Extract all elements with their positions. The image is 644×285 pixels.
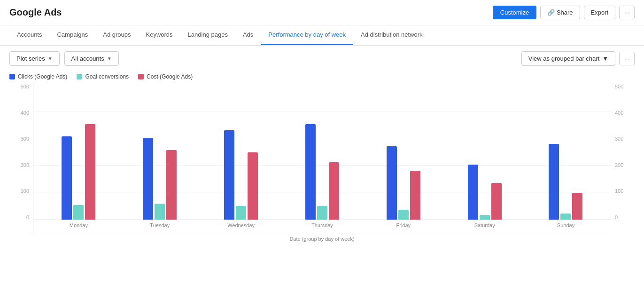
tab-landing-pages[interactable]: Landing pages — [180, 25, 235, 45]
bar-teal — [73, 205, 84, 220]
day-group — [50, 124, 107, 220]
bar-pink — [248, 152, 258, 220]
day-group — [213, 130, 269, 220]
y-axis-left: 500 400 300 200 100 0 — [9, 84, 33, 234]
y-axis-right: 500 400 300 200 100 0 — [611, 84, 635, 234]
x-label: Tuesday — [132, 220, 188, 234]
legend-color-cost — [138, 74, 144, 79]
bars-area — [33, 84, 611, 220]
legend-label-clicks: Clicks (Google Ads) — [18, 73, 67, 80]
day-group — [132, 138, 188, 220]
bar-teal — [236, 206, 246, 220]
day-group — [537, 144, 594, 220]
bar-teal — [560, 214, 571, 220]
bar-teal — [398, 210, 409, 220]
legend-label-conversions: Goal conversions — [85, 73, 129, 80]
bar-blue — [549, 144, 559, 220]
app-title: Google Ads — [9, 7, 62, 18]
customize-button[interactable]: Customize — [493, 6, 536, 19]
bar-pink — [166, 150, 177, 220]
legend-color-conversions — [77, 74, 82, 79]
chevron-down-icon: ▼ — [48, 56, 53, 61]
legend-item-cost: Cost (Google Ads) — [138, 73, 193, 80]
x-label: Thursday — [294, 220, 350, 234]
legend-label-cost: Cost (Google Ads) — [147, 73, 193, 80]
legend-color-clicks — [9, 74, 15, 79]
bar-blue — [143, 138, 153, 220]
share-button[interactable]: 🔗 Share — [540, 6, 580, 19]
chevron-down-icon: ▼ — [107, 56, 112, 61]
tab-keywords[interactable]: Keywords — [139, 25, 180, 45]
bar-pink — [491, 183, 502, 220]
bar-teal — [480, 215, 490, 220]
bar-blue — [387, 146, 397, 220]
chart-container: 500 400 300 200 100 0 MondayTuesdayWedne… — [0, 84, 644, 250]
legend-item-conversions: Goal conversions — [77, 73, 129, 80]
x-label: Friday — [375, 220, 432, 234]
export-button[interactable]: Export — [584, 6, 616, 19]
tab-ads[interactable]: Ads — [235, 25, 261, 45]
all-accounts-dropdown[interactable]: All accounts ▼ — [64, 51, 119, 66]
bar-blue — [468, 165, 478, 220]
tab-ad-groups[interactable]: Ad groups — [95, 25, 138, 45]
toolbar-right: View as grouped bar chart ▼ ··· — [521, 51, 635, 66]
header-actions: Customize 🔗 Share Export ··· — [493, 6, 635, 19]
tab-performance-by-day[interactable]: Performance by day of week — [261, 25, 353, 45]
tab-campaigns[interactable]: Campaigns — [49, 25, 95, 45]
x-axis-title: Date (group by day of week) — [9, 234, 635, 245]
day-group — [375, 146, 432, 220]
bar-pink — [410, 171, 420, 220]
chevron-down-icon: ▼ — [602, 55, 608, 62]
bar-teal — [155, 204, 165, 220]
bar-pink — [85, 124, 95, 220]
tab-ad-distribution[interactable]: Ad distribution network — [353, 25, 430, 45]
nav-tabs: Accounts Campaigns Ad groups Keywords La… — [0, 25, 644, 46]
bar-pink — [329, 162, 339, 220]
chart-inner: MondayTuesdayWednesdayThursdayFridaySatu… — [33, 84, 611, 234]
view-chart-dropdown[interactable]: View as grouped bar chart ▼ — [521, 51, 615, 66]
x-label: Monday — [50, 220, 107, 234]
x-label: Saturday — [457, 220, 513, 234]
day-group — [457, 165, 513, 220]
chart-area: 500 400 300 200 100 0 MondayTuesdayWedne… — [9, 84, 635, 234]
plot-series-dropdown[interactable]: Plot series ▼ — [9, 51, 60, 66]
legend-item-clicks: Clicks (Google Ads) — [9, 73, 67, 80]
day-group — [294, 124, 350, 220]
link-icon: 🔗 — [547, 9, 555, 16]
bar-teal — [317, 206, 327, 220]
bar-blue — [224, 130, 234, 220]
toolbar: Plot series ▼ All accounts ▼ View as gro… — [0, 46, 644, 71]
bar-pink — [572, 193, 582, 220]
x-label: Wednesday — [213, 220, 269, 234]
bar-blue — [305, 124, 316, 220]
header: Google Ads Customize 🔗 Share Export ··· — [0, 0, 644, 25]
x-label: Sunday — [537, 220, 594, 234]
more-options-button[interactable]: ··· — [619, 6, 635, 19]
chart-legend: Clicks (Google Ads) Goal conversions Cos… — [0, 71, 644, 84]
chart-more-options-button[interactable]: ··· — [619, 52, 635, 65]
bar-blue — [62, 136, 72, 220]
x-axis: MondayTuesdayWednesdayThursdayFridaySatu… — [33, 220, 611, 234]
toolbar-left: Plot series ▼ All accounts ▼ — [9, 51, 119, 66]
tab-accounts[interactable]: Accounts — [9, 25, 49, 45]
